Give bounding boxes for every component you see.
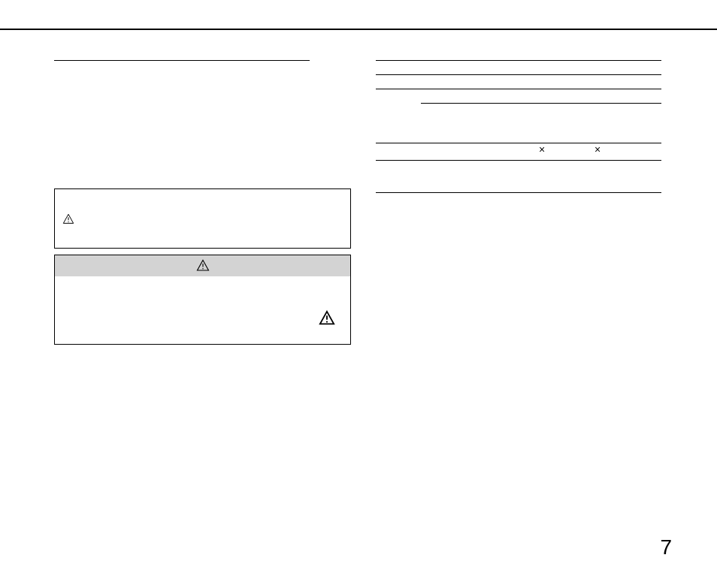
svg-point-3 — [202, 268, 204, 270]
table-rule — [376, 89, 661, 89]
caution-box — [54, 188, 351, 249]
left-heading-underline — [54, 60, 310, 61]
warning-body — [55, 276, 350, 344]
svg-point-1 — [68, 222, 68, 222]
warning-icon — [196, 259, 210, 273]
table-rule — [376, 74, 661, 75]
table-rule — [376, 60, 661, 61]
svg-point-5 — [326, 321, 328, 322]
top-rule — [0, 29, 717, 30]
right-column: × × — [376, 60, 661, 207]
table-rule — [376, 160, 661, 161]
left-column — [54, 60, 351, 345]
table-rule — [376, 143, 661, 143]
multiply-symbol: × — [539, 143, 545, 155]
warning-header — [55, 255, 350, 276]
warning-icon — [319, 310, 335, 327]
table-rule — [421, 103, 661, 104]
table-rule — [376, 192, 661, 193]
warning-icon — [62, 213, 74, 225]
warning-box — [54, 255, 351, 345]
page-number: 7 — [660, 535, 672, 559]
multiply-symbol: × — [594, 143, 601, 155]
